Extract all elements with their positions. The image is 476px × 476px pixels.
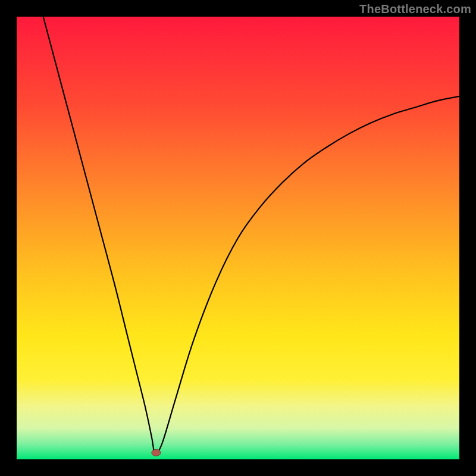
watermark-text: TheBottleneck.com: [359, 2, 471, 16]
optimal-point-marker: [152, 449, 161, 456]
plot-area: [17, 17, 459, 459]
chart-svg: [17, 17, 459, 459]
chart-frame: TheBottleneck.com: [0, 0, 476, 476]
